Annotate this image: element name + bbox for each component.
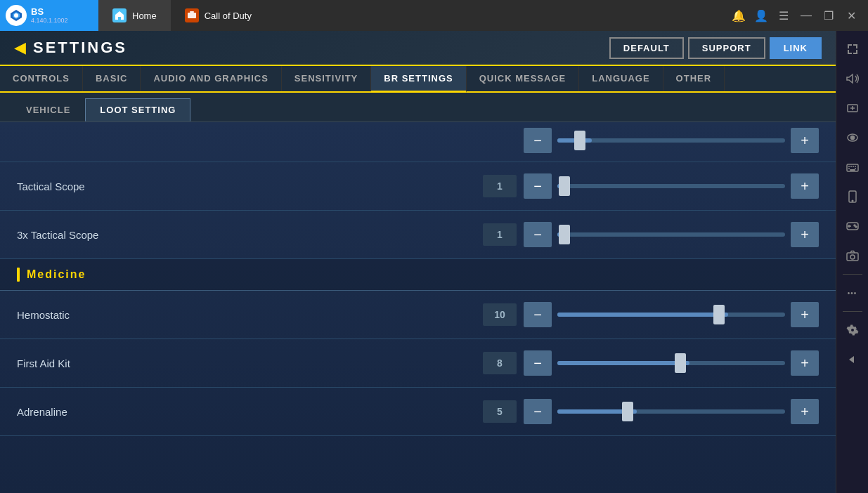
tablet-icon[interactable] [840,184,865,209]
medicine-label: Medicine [27,268,86,281]
tab-other[interactable]: OTHER [663,66,725,91]
bs-logo-icon [6,5,27,26]
hemostatic-label: Hemostatic [17,309,483,321]
hemostatic-fill [557,313,728,317]
first-aid-kit-track[interactable] [557,361,785,365]
settings-back-icon[interactable]: ◀ [14,39,26,57]
more-icon[interactable]: ••• [840,280,865,305]
hemostatic-thumb[interactable] [713,305,725,324]
tab-game[interactable]: Call of Duty [171,0,266,31]
first-aid-kit-slider: − + [524,350,819,376]
tactical-scope-slider: − + [524,173,819,199]
tab-game-label: Call of Duty [205,11,252,21]
sidebar-divider-2 [843,311,862,312]
adrenaline-value: 5 [483,400,517,423]
hemostatic-track[interactable] [557,313,785,317]
first-aid-kit-minus[interactable]: − [524,350,552,376]
tactical-scope-value: 1 [483,175,517,197]
main-content: ◀ SETTINGS DEFAULT SUPPORT LINK CONTROLS… [0,31,836,493]
partial-slider-1: − + [524,128,819,153]
adrenaline-thumb[interactable] [622,402,633,421]
partial-minus-1[interactable]: − [524,128,552,153]
adrenaline-row: Adrenaline 5 − + [0,388,836,436]
tab-home-label: Home [132,11,157,21]
eye-icon[interactable] [840,125,865,150]
subtab-loot-setting[interactable]: LOOT SETTING [85,98,190,121]
subtab-vehicle[interactable]: VEHICLE [11,98,85,121]
menu-icon[interactable]: ☰ [774,6,793,25]
tactical-scope-label: Tactical Scope [17,180,483,192]
3x-tactical-scope-plus[interactable]: + [791,222,819,247]
camera-icon[interactable] [840,243,865,268]
volume-icon[interactable] [840,66,865,91]
tab-language[interactable]: LANGUAGE [579,66,663,91]
hemostatic-row: Hemostatic 10 − + [0,291,836,339]
default-button[interactable]: DEFAULT [609,37,684,59]
3x-tactical-scope-track[interactable] [557,232,785,237]
title-bar-tabs: Home Call of Duty 🔔 👤 ☰ — ❐ ✕ [98,0,868,31]
title-bar: BS 4.140.1.1002 Home Call of Duty 🔔 [0,0,868,31]
fullscreen-icon[interactable] [840,96,865,121]
settings-top-buttons: DEFAULT SUPPORT LINK [609,37,822,59]
support-button[interactable]: SUPPORT [688,37,765,59]
bell-icon[interactable]: 🔔 [729,6,749,25]
tab-sensitivity[interactable]: SENSITIVITY [282,66,371,91]
settings-content: − + Tactical Scope 1 − [0,122,836,493]
window-controls: 🔔 👤 ☰ — ❐ ✕ [722,0,868,31]
adrenaline-track[interactable] [557,409,785,414]
settings-header: ◀ SETTINGS DEFAULT SUPPORT LINK [0,31,836,66]
adrenaline-minus[interactable]: − [524,399,552,424]
3x-tactical-scope-minus[interactable]: − [524,222,552,247]
first-aid-kit-fill [557,361,689,365]
tab-quick-message[interactable]: QUICK MESSAGE [467,66,580,91]
right-sidebar: ••• [836,31,868,493]
back-icon[interactable] [840,347,865,372]
bluestacks-logo: BS 4.140.1.1002 [0,0,98,31]
svg-point-27 [850,255,855,259]
sub-tab-bar: VEHICLE LOOT SETTING [0,93,836,122]
tab-basic[interactable]: BASIC [83,66,141,91]
expand-icon[interactable] [840,37,865,62]
tactical-scope-plus[interactable]: + [791,173,819,199]
link-button[interactable]: LINK [770,37,822,59]
tactical-scope-minus[interactable]: − [524,173,552,199]
adrenaline-plus[interactable]: + [791,399,819,424]
3x-tactical-scope-row: 3x Tactical Scope 1 − + [0,211,836,259]
app-layout: ◀ SETTINGS DEFAULT SUPPORT LINK CONTROLS… [0,31,868,493]
adrenaline-label: Adrenaline [17,406,483,418]
hemostatic-plus[interactable]: + [791,302,819,327]
first-aid-kit-thumb[interactable] [675,353,686,373]
first-aid-kit-label: First Aid Kit [17,357,483,369]
medicine-category-header: Medicine [0,259,836,290]
account-icon[interactable]: 👤 [751,6,771,25]
first-aid-kit-value: 8 [483,352,517,374]
3x-tactical-scope-thumb[interactable] [559,225,570,244]
close-button[interactable]: ✕ [841,6,861,25]
partial-track-1[interactable] [557,138,785,143]
tactical-scope-track[interactable] [557,184,785,188]
settings-title: SETTINGS [33,39,127,57]
hemostatic-minus[interactable]: − [524,302,552,327]
minimize-button[interactable]: — [796,6,816,25]
3x-tactical-scope-slider: − + [524,222,819,247]
keyboard-icon[interactable] [840,155,865,180]
sidebar-divider-1 [843,274,862,275]
svg-point-9 [850,136,854,140]
maximize-button[interactable]: ❐ [819,6,838,25]
tab-br-settings[interactable]: BR SETTINGS [371,66,466,93]
tab-audio-graphics[interactable]: AUDIO AND GRAPHICS [141,66,281,91]
svg-point-2 [14,13,18,18]
svg-rect-4 [190,11,194,13]
partial-thumb-1[interactable] [574,131,585,150]
game-controller-icon[interactable] [840,213,865,239]
svg-rect-3 [188,13,196,18]
first-aid-kit-plus[interactable]: + [791,350,819,376]
tactical-scope-thumb[interactable] [559,176,570,196]
partial-plus-1[interactable]: + [791,128,819,153]
tab-controls[interactable]: CONTROLS [0,66,83,91]
game-tab-icon [185,8,199,22]
adrenaline-slider: − + [524,399,819,424]
tab-home[interactable]: Home [98,0,171,31]
gear-icon[interactable] [840,317,865,343]
svg-point-19 [852,200,853,202]
